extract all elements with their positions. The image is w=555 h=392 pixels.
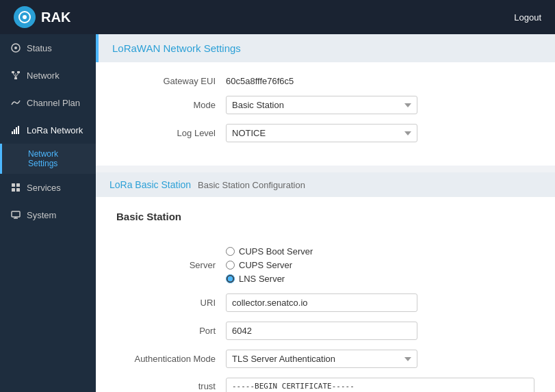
svg-rect-6 xyxy=(14,77,17,79)
sidebar-item-system[interactable]: System xyxy=(0,201,96,228)
svg-rect-4 xyxy=(12,71,14,73)
svg-rect-17 xyxy=(16,188,20,192)
mode-label: Mode xyxy=(116,100,226,110)
app-logo: RAK xyxy=(14,6,70,28)
sidebar-item-label: LoRa Network xyxy=(27,125,83,135)
svg-rect-5 xyxy=(17,71,20,73)
sidebar-item-label: Services xyxy=(27,183,61,193)
svg-rect-18 xyxy=(12,211,20,217)
svg-rect-10 xyxy=(12,131,13,134)
auth-mode-row: Authentication Mode TLS Server Authentic… xyxy=(116,350,534,368)
lora-basic-subtitle: Basic Station Configuration xyxy=(198,180,305,190)
cups-boot-radio[interactable] xyxy=(226,247,235,256)
port-label: Port xyxy=(116,326,226,336)
svg-rect-13 xyxy=(18,126,19,134)
trust-row: trust -----BEGIN CERTIFICATE----- MIIDdT… xyxy=(116,378,534,392)
sidebar-item-label: Status xyxy=(27,43,52,53)
mode-row: Mode Basic Station Packet Forwarder LoRa… xyxy=(116,96,534,114)
svg-rect-12 xyxy=(16,127,17,134)
basic-station-form: Basic Station Server CUPS Boot Server CU… xyxy=(96,197,555,392)
svg-point-3 xyxy=(14,47,17,49)
port-input[interactable] xyxy=(226,322,417,340)
sidebar-sub-network-settings[interactable]: Network Settings xyxy=(0,144,96,174)
lorawan-section-header: LoRaWAN Network Settings xyxy=(96,34,555,62)
main-content: LoRaWAN Network Settings Gateway EUI 60c… xyxy=(96,34,555,392)
app-header: RAK Logout xyxy=(0,0,555,34)
section-divider xyxy=(96,166,555,172)
sidebar-item-lora-network[interactable]: LoRa Network xyxy=(0,116,96,144)
cups-boot-label: CUPS Boot Server xyxy=(239,246,313,257)
cups-label: CUPS Server xyxy=(239,260,292,270)
network-icon xyxy=(10,70,21,81)
server-row: Server CUPS Boot Server CUPS Server LNS … xyxy=(116,246,534,284)
auth-mode-select[interactable]: TLS Server Authentication No Authenticat… xyxy=(226,350,417,368)
channel-plan-icon xyxy=(10,97,21,108)
server-lns[interactable]: LNS Server xyxy=(226,274,313,284)
main-layout: Status Network Channel Plan LoRa Network… xyxy=(0,34,555,392)
svg-rect-16 xyxy=(12,188,15,192)
server-radio-group: CUPS Boot Server CUPS Server LNS Server xyxy=(226,246,313,284)
server-label: Server xyxy=(116,260,226,270)
log-level-label: Log Level xyxy=(116,128,226,138)
sidebar-item-status[interactable]: Status xyxy=(0,34,96,62)
svg-line-8 xyxy=(13,73,16,77)
trust-textarea[interactable]: -----BEGIN CERTIFICATE----- MIIDdTCCAI2g… xyxy=(226,378,534,392)
uri-label: URI xyxy=(116,298,226,308)
gateway-eui-row: Gateway EUI 60c5a8fffe76f6c5 xyxy=(116,76,534,86)
trust-label: trust xyxy=(116,378,226,391)
server-cups-boot[interactable]: CUPS Boot Server xyxy=(226,246,313,257)
logout-button[interactable]: Logout xyxy=(514,12,541,23)
system-icon xyxy=(10,209,21,220)
gateway-eui-value: 60c5a8fffe76f6c5 xyxy=(226,76,294,86)
mode-select[interactable]: Basic Station Packet Forwarder LoRa Netw… xyxy=(226,96,417,114)
sidebar-item-label: Network xyxy=(27,70,60,81)
svg-point-1 xyxy=(23,15,27,19)
lns-radio[interactable] xyxy=(226,274,235,283)
sidebar-item-channel-plan[interactable]: Channel Plan xyxy=(0,89,96,116)
svg-line-9 xyxy=(16,73,18,77)
server-cups[interactable]: CUPS Server xyxy=(226,260,313,270)
lns-label: LNS Server xyxy=(239,274,285,284)
svg-rect-15 xyxy=(16,183,20,187)
sidebar: Status Network Channel Plan LoRa Network… xyxy=(0,34,96,392)
lora-basic-title: LoRa Basic Station xyxy=(109,179,191,190)
log-level-select[interactable]: NOTICE DEBUG INFO WARNING ERROR xyxy=(226,124,417,142)
lora-network-icon xyxy=(10,125,21,135)
auth-mode-label: Authentication Mode xyxy=(116,354,226,364)
cups-radio[interactable] xyxy=(226,261,235,270)
lorawan-section-title: LoRaWAN Network Settings xyxy=(112,42,241,54)
sidebar-item-services[interactable]: Services xyxy=(0,174,96,201)
lora-basic-section-header: LoRa Basic Station Basic Station Configu… xyxy=(96,172,555,197)
services-icon xyxy=(10,182,21,193)
svg-rect-11 xyxy=(14,129,15,134)
svg-rect-14 xyxy=(12,183,15,187)
lorawan-form: Gateway EUI 60c5a8fffe76f6c5 Mode Basic … xyxy=(96,62,555,166)
logo-text: RAK xyxy=(41,10,70,25)
basic-station-heading: Basic Station xyxy=(116,211,534,233)
sidebar-item-network[interactable]: Network xyxy=(0,62,96,89)
log-level-row: Log Level NOTICE DEBUG INFO WARNING ERRO… xyxy=(116,124,534,142)
port-row: Port xyxy=(116,322,534,340)
uri-input[interactable] xyxy=(226,293,417,312)
gateway-eui-label: Gateway EUI xyxy=(116,76,226,86)
logo-icon xyxy=(14,6,36,28)
sidebar-item-label: System xyxy=(27,210,56,220)
sidebar-item-label: Channel Plan xyxy=(27,98,80,108)
uri-row: URI xyxy=(116,293,534,312)
status-icon xyxy=(10,42,21,53)
